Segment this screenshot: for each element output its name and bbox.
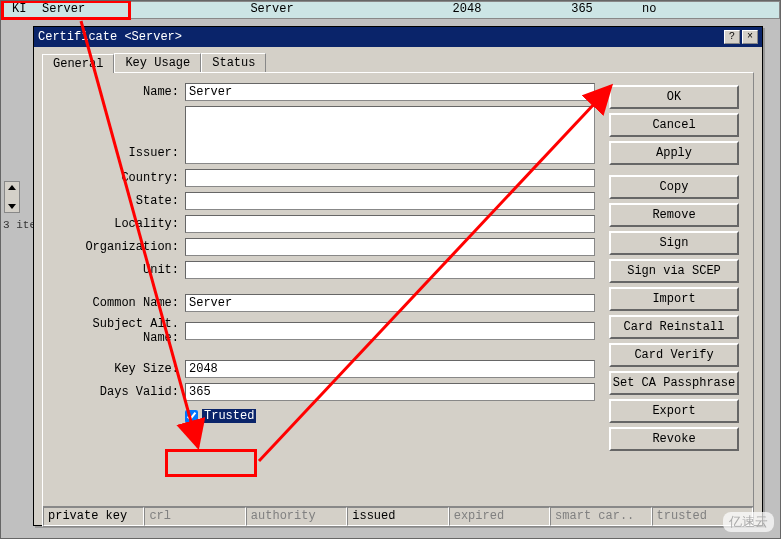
status-expired: expired [449, 507, 550, 526]
common-name-input[interactable] [185, 294, 595, 312]
bg-col-2: Server [32, 2, 142, 18]
trusted-row: Trusted [185, 409, 595, 423]
help-window-button[interactable]: ? [724, 30, 740, 44]
tab-general[interactable]: General [42, 54, 114, 73]
days-valid-label: Days Valid: [53, 385, 185, 399]
watermark: 亿速云 [723, 512, 774, 532]
tab-key-usage[interactable]: Key Usage [114, 53, 201, 72]
country-input[interactable] [185, 169, 595, 187]
status-authority: authority [246, 507, 347, 526]
cancel-button[interactable]: Cancel [609, 113, 739, 137]
key-size-input[interactable] [185, 360, 595, 378]
name-label: Name: [53, 85, 185, 99]
name-input[interactable] [185, 83, 595, 101]
watermark-text: 亿速云 [729, 514, 768, 529]
remove-button[interactable]: Remove [609, 203, 739, 227]
dialog-title: Certificate <Server> [38, 30, 182, 44]
trusted-label: Trusted [202, 409, 256, 423]
general-panel: Name: Issuer: Country: State: Locality: [42, 72, 754, 527]
unit-input[interactable] [185, 261, 595, 279]
import-button[interactable]: Import [609, 287, 739, 311]
status-issued: issued [347, 507, 448, 526]
status-bar: private key crl authority issued expired… [43, 506, 753, 526]
ok-button[interactable]: OK [609, 85, 739, 109]
button-column: OK Cancel Apply Copy Remove Sign Sign vi… [605, 83, 743, 455]
bg-col-1: KI [2, 2, 32, 18]
close-window-button[interactable]: × [742, 30, 758, 44]
copy-button[interactable]: Copy [609, 175, 739, 199]
bg-col-3: Server [142, 2, 402, 18]
tab-status[interactable]: Status [201, 53, 266, 72]
country-label: Country: [53, 171, 185, 185]
organization-input[interactable] [185, 238, 595, 256]
status-smartcard: smart car.. [550, 507, 651, 526]
sign-via-scep-button[interactable]: Sign via SCEP [609, 259, 739, 283]
revoke-button[interactable]: Revoke [609, 427, 739, 451]
scrollbar-stub[interactable] [4, 181, 20, 213]
trusted-checkbox[interactable] [185, 410, 198, 423]
status-crl: crl [144, 507, 245, 526]
state-input[interactable] [185, 192, 595, 210]
card-reinstall-button[interactable]: Card Reinstall [609, 315, 739, 339]
bg-col-5: 365 [532, 2, 632, 18]
locality-label: Locality: [53, 217, 185, 231]
form-column: Name: Issuer: Country: State: Locality: [53, 83, 605, 455]
organization-label: Organization: [53, 240, 185, 254]
status-private-key: private key [43, 507, 144, 526]
bg-item-count: 3 ite [3, 219, 36, 231]
bg-col-6: no [632, 2, 666, 18]
sign-button[interactable]: Sign [609, 231, 739, 255]
dialog-titlebar: Certificate <Server> ? × [34, 27, 762, 47]
locality-input[interactable] [185, 215, 595, 233]
apply-button[interactable]: Apply [609, 141, 739, 165]
card-verify-button[interactable]: Card Verify [609, 343, 739, 367]
set-ca-passphrase-button[interactable]: Set CA Passphrase [609, 371, 739, 395]
tab-strip: General Key Usage Status [42, 53, 762, 72]
issuer-label: Issuer: [53, 106, 185, 160]
state-label: State: [53, 194, 185, 208]
subject-alt-name-input[interactable] [185, 322, 595, 340]
bg-col-4: 2048 [402, 2, 532, 18]
issuer-input[interactable] [185, 106, 595, 164]
days-valid-input[interactable] [185, 383, 595, 401]
certificate-dialog: Certificate <Server> ? × General Key Usa… [33, 26, 763, 526]
unit-label: Unit: [53, 263, 185, 277]
key-size-label: Key Size: [53, 362, 185, 376]
background-row: KI Server Server 2048 365 no [1, 1, 780, 19]
export-button[interactable]: Export [609, 399, 739, 423]
subject-alt-name-label: Subject Alt. Name: [53, 317, 185, 345]
common-name-label: Common Name: [53, 296, 185, 310]
